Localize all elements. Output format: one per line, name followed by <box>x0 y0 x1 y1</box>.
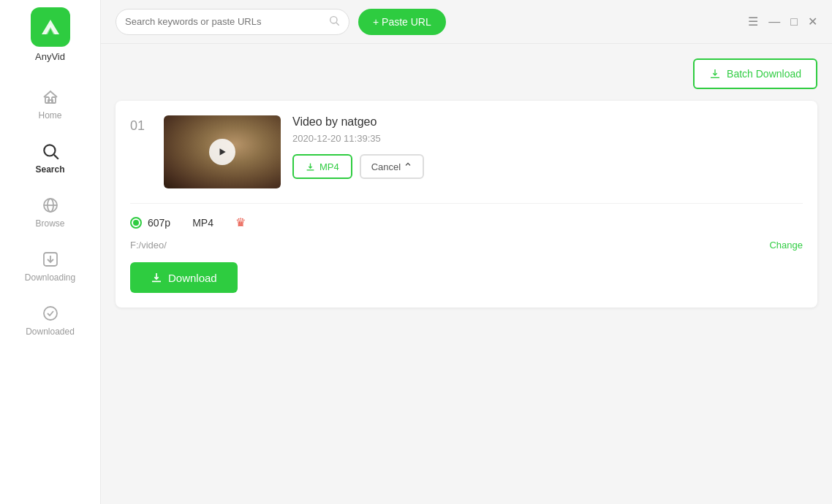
quality-row: 607p MP4 ♛ <box>130 215 803 229</box>
batch-download-label: Batch Download <box>727 68 801 80</box>
video-date: 2020-12-20 11:39:35 <box>292 133 803 144</box>
radio-inner <box>133 220 139 226</box>
close-button[interactable]: ✕ <box>808 16 817 28</box>
svg-line-6 <box>53 155 58 159</box>
sidebar-item-browse[interactable]: Browse <box>0 185 100 239</box>
downloaded-icon <box>40 303 61 324</box>
menu-icon[interactable]: ☰ <box>748 16 758 28</box>
mp4-label: MP4 <box>319 161 339 172</box>
sidebar-search-label: Search <box>35 164 64 175</box>
quality-radio[interactable] <box>130 217 142 229</box>
svg-point-13 <box>330 16 337 23</box>
search-input[interactable] <box>125 16 322 27</box>
action-buttons: MP4 Cancel <box>292 154 803 179</box>
topbar: + Paste URL ☰ — □ ✕ <box>101 0 832 44</box>
sidebar-home-label: Home <box>38 110 61 121</box>
format-label: MP4 <box>192 217 213 229</box>
window-controls: ☰ — □ ✕ <box>748 16 817 28</box>
sidebar-item-home[interactable]: Home <box>0 77 100 131</box>
cancel-label: Cancel <box>371 161 401 172</box>
batch-download-area: Batch Download <box>116 58 817 89</box>
download-button[interactable]: Download <box>130 262 238 293</box>
home-icon <box>40 87 61 107</box>
logo-area: AnyVid <box>31 7 70 62</box>
video-number: 01 <box>130 115 152 134</box>
cancel-button[interactable]: Cancel <box>360 154 424 179</box>
video-card: 01 Video by natgeo 2020-12-20 11:39:35 <box>116 101 817 308</box>
search-box[interactable] <box>116 9 349 35</box>
svg-point-5 <box>44 145 55 156</box>
change-link[interactable]: Change <box>769 240 803 251</box>
batch-download-button[interactable]: Batch Download <box>693 58 817 89</box>
paste-url-button[interactable]: + Paste URL <box>358 9 446 35</box>
app-name: AnyVid <box>35 51 65 62</box>
play-button[interactable] <box>209 139 235 165</box>
mp4-button[interactable]: MP4 <box>292 154 352 179</box>
minimize-button[interactable]: — <box>768 16 780 28</box>
svg-line-14 <box>336 23 339 26</box>
download-label: Download <box>168 272 217 284</box>
sidebar-browse-label: Browse <box>35 218 64 229</box>
quality-label: 607p <box>148 217 170 229</box>
browse-icon <box>40 195 61 215</box>
main-content: + Paste URL ☰ — □ ✕ Batch Download 01 <box>101 0 832 504</box>
video-header: 01 Video by natgeo 2020-12-20 11:39:35 <box>130 115 803 188</box>
sidebar-downloading-label: Downloading <box>25 272 75 283</box>
sidebar-item-downloaded[interactable]: Downloaded <box>0 293 100 347</box>
sidebar-item-search[interactable]: Search <box>0 131 100 185</box>
maximize-button[interactable]: □ <box>790 16 798 28</box>
path-row: F:/video/ Change <box>130 240 803 251</box>
video-title: Video by natgeo <box>292 115 803 129</box>
quality-selector[interactable]: 607p <box>130 217 170 229</box>
video-info: Video by natgeo 2020-12-20 11:39:35 MP4 <box>292 115 803 179</box>
search-box-icon <box>328 15 340 29</box>
downloading-icon <box>40 249 61 270</box>
svg-point-12 <box>44 307 57 320</box>
download-options: 607p MP4 ♛ F:/video/ Change Download <box>130 203 803 293</box>
svg-marker-17 <box>220 148 226 155</box>
sidebar-item-downloading[interactable]: Downloading <box>0 239 100 293</box>
crown-icon: ♛ <box>235 215 246 229</box>
search-icon <box>40 141 61 161</box>
sidebar-downloaded-label: Downloaded <box>26 327 75 337</box>
path-text: F:/video/ <box>130 240 167 251</box>
content-area: Batch Download 01 Video by natgeo <box>101 44 832 504</box>
video-thumbnail[interactable] <box>164 115 281 188</box>
app-logo <box>31 7 70 47</box>
sidebar: AnyVid Home Search <box>0 0 101 504</box>
